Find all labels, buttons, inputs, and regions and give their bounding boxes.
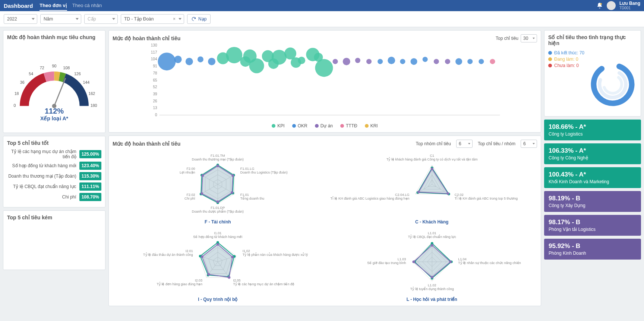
svg-point-44: [315, 59, 333, 77]
svg-point-163: [449, 261, 452, 263]
avatar[interactable]: [607, 1, 616, 10]
svg-point-51: [400, 59, 405, 64]
donut-legend-item: Đã kết thúc: 70: [548, 50, 585, 55]
svg-point-162: [430, 244, 433, 247]
legend-dot-icon: [272, 124, 275, 128]
svg-text:144: 144: [83, 80, 89, 85]
svg-marker-107: [419, 169, 448, 193]
score-main: 98.19% - B: [549, 195, 637, 202]
topbar: Dashboard Theo đơn vị Theo cá nhân Lưu B…: [0, 0, 644, 11]
score-card[interactable]: 98.19% - BCông ty Xây Dựng: [544, 191, 641, 212]
radar-group-select[interactable]: 6: [456, 140, 473, 148]
svg-text:104: 104: [151, 57, 157, 61]
bubble-control-label: Top chỉ tiêu: [496, 36, 518, 41]
filter-bar: 2022 Năm Cấp TD - Tập Đoàn× Nạp: [0, 11, 644, 27]
notification-icon[interactable]: [596, 2, 603, 9]
svg-point-38: [272, 50, 287, 65]
radar-card: Mức độ hoàn thành chỉ tiêu Top nhóm chỉ …: [108, 136, 541, 306]
svg-point-48: [366, 59, 372, 64]
tab-by-person[interactable]: Theo cá nhân: [72, 1, 102, 11]
radar-title: I - Quy trình nội bộ: [198, 297, 237, 302]
legend-dot-icon: [365, 124, 369, 128]
gauge-rank: Xếp loại A*: [7, 115, 101, 121]
radar-chart: L1.01Tỷ lệ CBQL đạt chuẩn năng lựcL1.04T…: [327, 228, 537, 295]
svg-point-108: [430, 168, 433, 170]
chevron-down-icon: [533, 143, 535, 144]
svg-text:C2.04.LG: C2.04.LG: [395, 193, 410, 197]
gauge-percent: 112%: [7, 107, 101, 115]
chevron-down-icon: [76, 18, 79, 20]
svg-point-45: [333, 59, 338, 64]
score-card[interactable]: 100.43% - A*Khối Kinh Doanh và Marketing: [544, 167, 641, 188]
svg-text:91: 91: [153, 64, 157, 68]
legend-dot-icon: [315, 124, 319, 128]
bubble-legend: KPIOKRDự ánTTTĐKRI: [113, 123, 537, 128]
svg-text:26: 26: [153, 99, 157, 103]
svg-point-55: [445, 59, 450, 64]
legend-item: OKR: [292, 123, 307, 128]
score-sub: Phòng Kinh Doanh: [549, 251, 637, 256]
svg-text:117: 117: [151, 50, 157, 54]
score-main: 106.33% - A*: [549, 147, 637, 155]
legend-dot-icon: [548, 57, 552, 61]
svg-point-30: [208, 58, 215, 65]
svg-text:Tỷ lệ nhân sự thuộc các chức n: Tỷ lệ nhân sự thuộc các chức năng chiến: [458, 261, 521, 265]
top5-name: Tỷ lệ các hạng mục dự án chậm tiến độ: [7, 149, 76, 159]
svg-line-12: [54, 78, 66, 106]
score-main: 108.66% - A*: [549, 123, 637, 131]
year-select[interactable]: 2022: [4, 14, 37, 24]
reload-button[interactable]: Nạp: [187, 14, 211, 24]
svg-point-35: [249, 58, 264, 73]
svg-text:F2.00: F2.00: [187, 167, 195, 171]
top5-value: 125.00%: [79, 150, 101, 158]
score-card[interactable]: 98.17% - BPhòng Vận tải Logistics: [544, 215, 641, 236]
legend-dot-icon: [292, 124, 296, 128]
svg-point-52: [411, 58, 417, 65]
top5-row: Số hợp đồng từ khách hàng mới123.40%: [7, 162, 101, 170]
period-select[interactable]: Năm: [40, 14, 81, 24]
top5-value: 111.11%: [79, 182, 101, 191]
top5-row: Doanh thu thương mại (Tập đoàn)115.30%: [7, 172, 101, 180]
legend-item: KPI: [272, 123, 284, 128]
svg-text:Doanh thu dược phẩm (Tập đoàn): Doanh thu dược phẩm (Tập đoàn): [192, 209, 244, 213]
svg-text:I2.03: I2.03: [195, 279, 202, 282]
top5-row: Tỷ lệ các hạng mục dự án chậm tiến độ125…: [7, 149, 101, 159]
top5-name: Doanh thu thương mại (Tập đoàn): [7, 174, 76, 179]
svg-text:Số giờ đào tạo trung bình: Số giờ đào tạo trung bình: [367, 261, 406, 265]
score-card[interactable]: 106.33% - A*Công ty Công Nghệ: [544, 143, 641, 164]
level-select[interactable]: Cấp: [84, 14, 118, 24]
radar-section-title: Mức độ hoàn thành chỉ tiêu: [113, 141, 180, 147]
svg-point-28: [186, 58, 193, 65]
bubble-card: Mức độ hoàn thành chỉ tiêu Top chỉ tiêu …: [108, 30, 541, 133]
radar-title: F - Tài chính: [205, 219, 231, 225]
radar-cell: I1.01Số hợp đồng từ khách hàng mớiI1.02T…: [113, 228, 323, 302]
clear-icon[interactable]: ×: [173, 16, 176, 22]
gauge-card: Mức độ hoàn thành mục tiêu chung 0183654…: [3, 30, 105, 133]
radar-title: L - Học hỏi và phát triển: [407, 297, 457, 302]
bubble-top-select[interactable]: 30: [521, 34, 537, 42]
top5-good-card: Top 5 chỉ tiêu tốt Tỷ lệ các hạng mục dự…: [3, 136, 105, 207]
score-sub: Công ty Công Nghệ: [549, 155, 637, 160]
legend-dot-icon: [548, 64, 552, 67]
svg-text:162: 162: [88, 91, 95, 96]
svg-text:I1.02: I1.02: [243, 249, 250, 253]
svg-text:L1.04: L1.04: [458, 257, 467, 261]
svg-point-27: [174, 55, 182, 63]
score-card[interactable]: 95.92% - BPhòng Kinh Doanh: [544, 239, 641, 260]
score-card[interactable]: 108.66% - A*Công ty Logistics: [544, 120, 641, 140]
svg-point-80: [231, 191, 233, 194]
donut-title: Số chỉ tiêu theo tình trạng thực hiện: [548, 34, 637, 46]
svg-text:130: 130: [151, 43, 157, 47]
svg-point-135: [228, 276, 230, 279]
svg-point-32: [226, 47, 242, 63]
org-select[interactable]: TD - Tập Đoàn×: [121, 14, 184, 24]
top5-name: Chi phí: [7, 194, 76, 200]
svg-text:I1.01: I1.01: [214, 231, 221, 235]
tab-by-unit[interactable]: Theo đơn vị: [40, 1, 67, 11]
user-menu[interactable]: Lưu Bang TD001: [619, 1, 640, 10]
svg-text:Tổng doanh thu: Tổng doanh thu: [240, 196, 264, 200]
radar-per-select[interactable]: 6: [521, 140, 537, 148]
donut-card: Số chỉ tiêu theo tình trạng thực hiện Đã…: [544, 30, 641, 117]
bubble-title: Mức độ hoàn thành chỉ tiêu: [113, 35, 180, 41]
svg-text:Tỷ lệ các hạng mục dự án chậm : Tỷ lệ các hạng mục dự án chậm tiến độ: [233, 282, 294, 286]
